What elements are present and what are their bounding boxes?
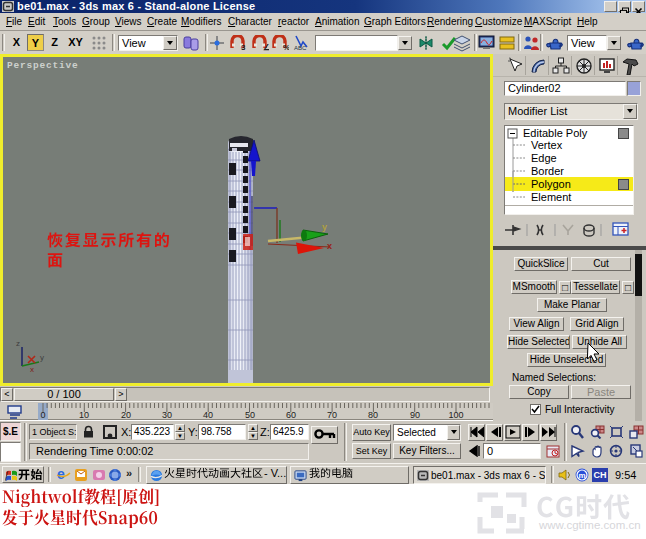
- svg-text:50: 50: [245, 410, 255, 420]
- svg-text:m: m: [578, 471, 585, 480]
- svg-text:100: 100: [448, 410, 463, 420]
- svg-text:%: %: [283, 43, 289, 51]
- svg-text:y: y: [322, 222, 327, 232]
- svg-text:20: 20: [121, 410, 131, 420]
- svg-text:x: x: [327, 241, 332, 251]
- svg-text:x: x: [30, 365, 34, 374]
- svg-text:70: 70: [327, 410, 337, 420]
- svg-text:∠: ∠: [263, 43, 269, 51]
- svg-text:60: 60: [286, 410, 296, 420]
- svg-text:80: 80: [368, 410, 378, 420]
- svg-text:10: 10: [79, 410, 89, 420]
- svg-text:0: 0: [40, 410, 45, 420]
- svg-text:y: y: [40, 353, 44, 362]
- svg-text:40: 40: [203, 410, 213, 420]
- svg-text:30: 30: [162, 410, 172, 420]
- svg-text:ABC: ABC: [294, 45, 307, 51]
- svg-text:z: z: [16, 339, 20, 348]
- svg-text:e: e: [57, 467, 65, 482]
- svg-text:90: 90: [410, 410, 420, 420]
- svg-text:3: 3: [241, 43, 246, 51]
